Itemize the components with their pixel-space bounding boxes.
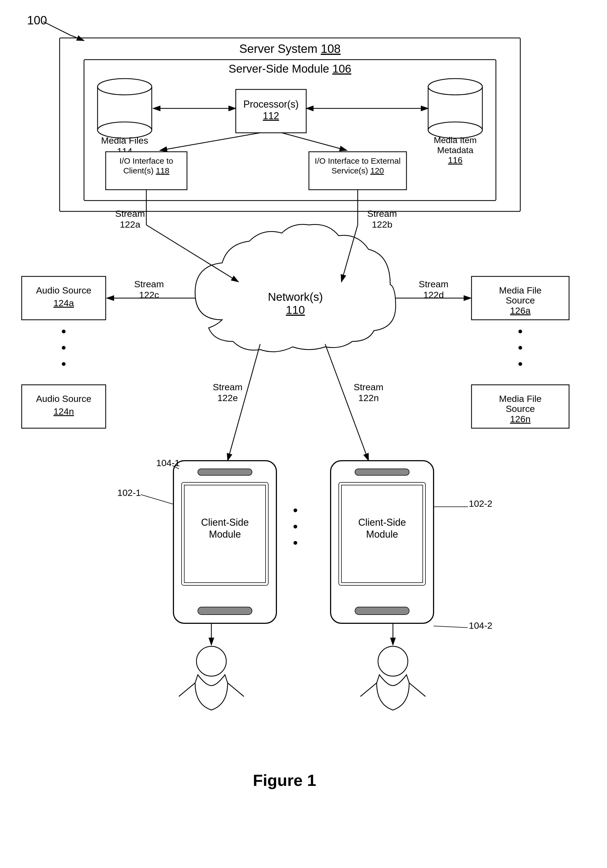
svg-line-36 bbox=[361, 683, 377, 696]
device-2-speaker bbox=[355, 469, 409, 475]
io-client-label: I/O Interface to bbox=[119, 157, 173, 165]
device1-ref: 104-1 bbox=[156, 458, 180, 468]
person1-torso bbox=[195, 675, 228, 710]
client-dots1: • bbox=[293, 503, 298, 518]
stream-122b-ref: 122b bbox=[372, 219, 392, 229]
svg-point-9 bbox=[428, 79, 482, 95]
stream-122d-ref: 122d bbox=[423, 290, 444, 300]
ref-100-label: 100 bbox=[27, 14, 47, 27]
stream-122n-label: Stream bbox=[354, 382, 384, 392]
server-side-title: Server-Side Module 106 bbox=[229, 62, 352, 75]
audio-dots1: • bbox=[61, 324, 66, 339]
audio-dots3: • bbox=[61, 356, 66, 372]
media-source-a-ref: 126a bbox=[510, 305, 531, 316]
svg-point-6 bbox=[98, 79, 152, 95]
stream-122a-ref: 122a bbox=[120, 219, 140, 229]
svg-line-33 bbox=[179, 683, 195, 696]
stream-122c-ref: 122c bbox=[139, 290, 159, 300]
figure-label: Figure 1 bbox=[253, 771, 316, 789]
network-cloud: Network(s) 110 bbox=[195, 225, 396, 352]
audio-source-a-label: Audio Source bbox=[36, 285, 91, 295]
svg-line-22 bbox=[146, 225, 238, 282]
media-dots1: • bbox=[518, 324, 523, 339]
svg-line-0 bbox=[43, 22, 70, 35]
media-metadata-ref: 116 bbox=[448, 155, 462, 165]
media-dots2: • bbox=[518, 340, 523, 355]
stream-122d-label: Stream bbox=[419, 279, 449, 289]
svg-line-13 bbox=[160, 133, 260, 150]
diagram: 100 Server System 108 Server-Side Module… bbox=[0, 0, 607, 868]
stream-122a-label: Stream bbox=[115, 208, 145, 219]
person2-head bbox=[378, 646, 408, 676]
client2-module-label: Client-Side bbox=[358, 517, 406, 528]
stream-122e-ref: 122e bbox=[217, 393, 238, 403]
io-external-label2: Service(s) 120 bbox=[331, 166, 384, 175]
device-1-speaker bbox=[198, 469, 252, 475]
svg-line-37 bbox=[409, 683, 426, 696]
media-dots3: • bbox=[518, 356, 523, 372]
audio-dots2: • bbox=[61, 340, 66, 355]
client2-ref: 102-2 bbox=[469, 498, 492, 508]
device-2-homebutton bbox=[355, 607, 409, 615]
person2-torso bbox=[377, 675, 409, 710]
stream-122e-label: Stream bbox=[213, 382, 243, 392]
client1-ref: 102-1 bbox=[117, 488, 141, 498]
client2-module-label2: Module bbox=[366, 529, 398, 540]
svg-line-30 bbox=[141, 494, 173, 504]
processor-ref: 112 bbox=[263, 110, 279, 121]
media-source-a-label: Media File bbox=[499, 285, 542, 295]
media-source-n-label: Media File bbox=[499, 394, 542, 404]
processor-label: Processor(s) bbox=[243, 99, 299, 110]
device2-ref: 104-2 bbox=[469, 620, 492, 631]
media-source-a-label2: Source bbox=[506, 295, 535, 305]
client-dots2: • bbox=[293, 519, 298, 534]
media-source-n-label2: Source bbox=[506, 403, 535, 414]
media-metadata-label: Media Item bbox=[434, 135, 477, 145]
media-source-n-ref: 126n bbox=[510, 414, 531, 424]
stream-122n-ref: 122n bbox=[358, 393, 379, 403]
audio-source-n-ref: 124n bbox=[53, 406, 74, 417]
io-external-label: I/O Interface to External bbox=[315, 157, 401, 165]
client1-module-label: Client-Side bbox=[201, 517, 249, 528]
person1-head bbox=[197, 646, 226, 676]
network-label: Network(s) bbox=[268, 290, 323, 303]
stream-122c-label: Stream bbox=[134, 279, 164, 289]
device-1-homebutton bbox=[198, 607, 252, 615]
server-system-title: Server System 108 bbox=[239, 42, 341, 55]
audio-source-n-label: Audio Source bbox=[36, 394, 91, 404]
audio-source-a-ref: 124a bbox=[53, 298, 74, 308]
client1-module-label2: Module bbox=[209, 529, 241, 540]
io-client-label2: Client(s) 118 bbox=[123, 166, 169, 175]
stream-122b-label: Stream bbox=[367, 208, 397, 219]
media-files-label: Media Files bbox=[101, 135, 148, 146]
svg-line-32 bbox=[434, 626, 468, 628]
svg-line-14 bbox=[282, 133, 347, 150]
client-dots3: • bbox=[293, 535, 298, 550]
network-ref: 110 bbox=[286, 304, 305, 316]
media-metadata-label2: Metadata bbox=[437, 145, 474, 155]
svg-line-34 bbox=[228, 683, 244, 696]
